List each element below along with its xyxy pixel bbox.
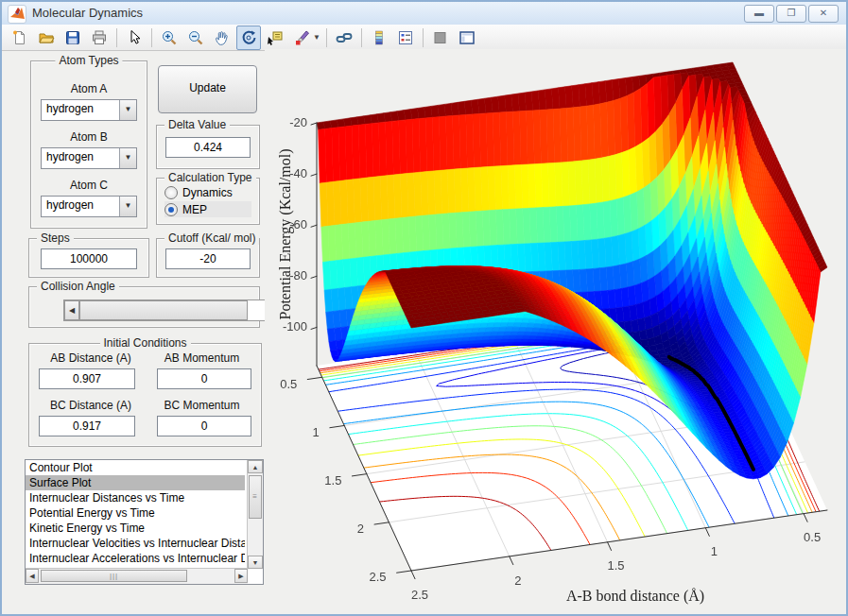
list-item[interactable]: Potential Energy vs Time (26, 505, 245, 521)
data-cursor-icon[interactable] (263, 26, 287, 50)
atom-c-dropdown[interactable]: hydrogen▼ (41, 196, 137, 217)
x-axis-label: A-B bond distance (Å) (503, 588, 768, 605)
zoom-in-icon[interactable] (157, 26, 182, 50)
restore-button[interactable]: ❐ (776, 5, 806, 23)
ab-distance-label: AB Distance (A) (39, 351, 143, 365)
titlebar: Molecular Dynamics ▬ ❐ ✕ (2, 2, 846, 26)
plot-type-listbox[interactable]: Contour PlotSurface PlotInternuclear Dis… (25, 459, 264, 585)
figure-toolbar: ▼ (2, 25, 846, 51)
list-item[interactable]: Internuclear Velocities vs Internuclear … (26, 536, 245, 551)
ab-momentum-field[interactable]: 0 (157, 368, 251, 389)
delta-value-panel: Delta Value 0.424 (156, 125, 260, 169)
ab-distance-field[interactable]: 0.907 (39, 368, 135, 389)
cutoff-field[interactable]: -20 (165, 248, 251, 269)
calculation-type-title: Calculation Type (164, 171, 256, 184)
zoom-out-icon[interactable] (183, 26, 208, 50)
scrollbar-thumb[interactable]: ||| (41, 570, 187, 582)
plot-tools-off-icon[interactable] (428, 26, 453, 50)
z-axis-label: Potential Energy (Kcal/mol) (277, 111, 294, 357)
window-title: Molecular Dynamics (32, 6, 143, 20)
scroll-left-icon[interactable]: ◀ (26, 569, 39, 583)
cutoff-panel: Cutoff (Kcal/ mol) -20 (156, 238, 260, 278)
pointer-tool-icon[interactable] (122, 26, 147, 50)
atom-types-panel: Atom Types Atom A hydrogen▼ Atom B hydro… (30, 60, 147, 229)
atom-b-label: Atom B (31, 130, 147, 144)
radio-icon[interactable] (164, 186, 178, 199)
chevron-down-icon[interactable]: ▼ (119, 197, 136, 216)
atom-a-dropdown[interactable]: hydrogen▼ (41, 99, 137, 121)
bc-momentum-label: BC Momentum (152, 399, 251, 412)
pan-hand-icon[interactable] (210, 26, 234, 50)
atom-c-label: Atom C (31, 179, 147, 192)
list-item[interactable]: Internuclear Distances vs Time (26, 490, 245, 505)
link-plot-icon[interactable] (332, 26, 356, 50)
list-item[interactable]: Internuclear Accelerations vs Internucle… (26, 551, 245, 566)
listbox-horizontal-scrollbar[interactable]: ◀ ||| ▶ (26, 568, 248, 584)
calculation-type-panel: Calculation Type Dynamics MEP (156, 178, 260, 225)
atom-types-title: Atom Types (55, 54, 122, 67)
open-file-icon[interactable] (34, 26, 59, 50)
delta-value-field[interactable]: 0.424 (165, 137, 251, 158)
initial-conditions-title: Initial Conditions (99, 336, 190, 350)
chevron-down-icon[interactable]: ▼ (119, 100, 136, 120)
list-item[interactable]: Kinetic Energy vs Time (26, 521, 245, 536)
collision-angle-panel: Collision Angle ◀ ▶ (28, 286, 260, 328)
save-icon[interactable] (61, 26, 85, 50)
scroll-right-icon[interactable]: ▶ (234, 569, 248, 583)
list-item[interactable]: Contour Plot (26, 460, 245, 475)
update-button[interactable]: Update (158, 65, 257, 113)
radio-dynamics[interactable]: Dynamics (164, 184, 251, 200)
listbox-vertical-scrollbar[interactable]: ▲ ≡ ▼ (247, 460, 263, 569)
scrollbar-thumb[interactable]: ≡ (249, 475, 262, 519)
plot-tools-on-icon[interactable] (455, 26, 479, 50)
close-button[interactable]: ✕ (808, 5, 839, 23)
bc-momentum-field[interactable]: 0 (157, 416, 251, 436)
steps-field[interactable]: 100000 (41, 248, 137, 269)
new-file-icon[interactable] (8, 26, 32, 50)
steps-panel: Steps 100000 (28, 238, 149, 278)
minimize-button[interactable]: ▬ (744, 5, 774, 23)
list-item[interactable]: Surface Plot (26, 475, 245, 490)
atom-b-dropdown[interactable]: hydrogen▼ (41, 147, 137, 169)
insert-colorbar-icon[interactable] (367, 26, 391, 50)
slider-left-arrow-icon[interactable]: ◀ (64, 300, 79, 320)
delta-value-title: Delta Value (164, 118, 230, 131)
radio-selected-icon[interactable] (164, 203, 178, 216)
radio-mep[interactable]: MEP (164, 201, 251, 217)
brush-icon[interactable] (289, 26, 314, 50)
collision-angle-slider[interactable]: ◀ ▶ (63, 299, 281, 321)
brush-dropdown-caret[interactable]: ▼ (313, 33, 320, 42)
print-icon[interactable] (87, 26, 112, 50)
steps-title: Steps (37, 231, 74, 245)
bc-distance-field[interactable]: 0.917 (39, 416, 135, 436)
atom-a-label: Atom A (31, 82, 147, 95)
initial-conditions-panel: Initial Conditions AB Distance (A) AB Mo… (28, 343, 262, 447)
app-window: Molecular Dynamics ▬ ❐ ✕ (0, 0, 848, 616)
insert-legend-icon[interactable] (393, 26, 418, 50)
ab-momentum-label: AB Momentum (152, 351, 251, 365)
matlab-logo-icon (8, 5, 26, 24)
bc-distance-label: BC Distance (A) (39, 399, 143, 412)
surface-plot-canvas[interactable] (265, 49, 848, 616)
collision-angle-title: Collision Angle (37, 280, 119, 293)
rotate-3d-icon[interactable] (236, 26, 261, 50)
chevron-down-icon[interactable]: ▼ (119, 148, 136, 168)
cutoff-title: Cutoff (Kcal/ mol) (164, 231, 259, 245)
scroll-up-icon[interactable]: ▲ (248, 460, 263, 473)
slider-thumb[interactable] (79, 300, 248, 320)
scroll-down-icon[interactable]: ▼ (248, 556, 263, 569)
